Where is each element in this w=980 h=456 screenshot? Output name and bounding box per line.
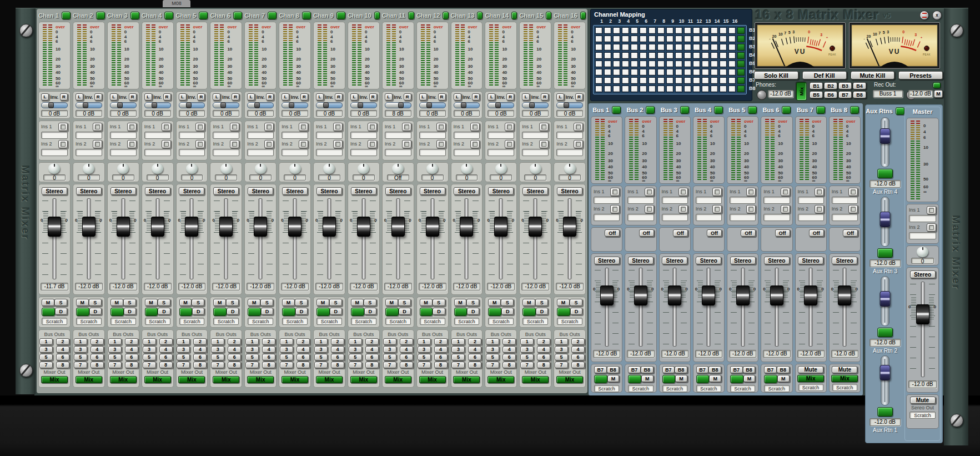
insert-name-field[interactable] xyxy=(213,149,239,156)
pan-value-display[interactable]: 0 dB xyxy=(282,110,308,117)
insert-checkbox[interactable] xyxy=(815,188,824,196)
rec-out-level-display[interactable]: -12.0 dB xyxy=(908,90,933,98)
scratch-name-field[interactable]: Scratch xyxy=(662,385,687,392)
mapping-cell[interactable] xyxy=(613,27,620,34)
aux-fader-handle[interactable] xyxy=(880,365,891,380)
fader-level-display[interactable]: -12.0 dB xyxy=(315,283,343,290)
direct-button[interactable]: D xyxy=(536,308,548,315)
insert-checkbox[interactable] xyxy=(815,205,824,213)
channel-status-led[interactable] xyxy=(454,308,468,316)
phones-bus-button[interactable]: B4 xyxy=(853,82,866,89)
route-b8-button[interactable]: B8 xyxy=(708,366,721,373)
fader-level-display[interactable]: -12.0 dB xyxy=(908,380,937,388)
mute-button[interactable]: M xyxy=(454,299,467,306)
bus-out-button[interactable]: 5 xyxy=(177,354,190,360)
mapping-cell[interactable] xyxy=(631,77,638,84)
fader-track[interactable] xyxy=(190,198,194,279)
scratch-name-field[interactable]: Scratch xyxy=(628,385,653,392)
aux-knob[interactable] xyxy=(426,163,438,174)
mapping-cell[interactable] xyxy=(595,61,602,67)
knob-value-display[interactable]: 0 xyxy=(490,174,512,181)
mapping-cell[interactable] xyxy=(728,36,736,42)
bus-out-button[interactable]: 2 xyxy=(193,338,207,345)
bus-out-button[interactable]: 2 xyxy=(125,338,138,345)
mapping-cell[interactable] xyxy=(666,52,674,59)
bus-out-button[interactable]: 5 xyxy=(39,354,53,360)
fader-level-display[interactable]: -12.0 dB xyxy=(247,283,274,290)
mixer-out-mix-button[interactable]: Mix xyxy=(178,376,205,383)
background-tab[interactable]: M08 xyxy=(163,0,190,7)
fader-level-display[interactable]: -12.0 dB xyxy=(831,350,858,358)
route-b7-button[interactable]: B7 xyxy=(662,366,675,373)
pan-value-display[interactable]: 0 dB xyxy=(110,110,137,117)
pan-left-button[interactable]: L xyxy=(282,93,289,101)
aux-fader-track[interactable] xyxy=(881,355,889,405)
channel-status-led[interactable] xyxy=(145,308,158,316)
bus-out-button[interactable]: 7 xyxy=(108,362,122,368)
mute-button[interactable]: M xyxy=(488,299,501,306)
mute-button[interactable]: M xyxy=(248,299,260,306)
mapping-cell[interactable] xyxy=(675,61,682,67)
insert-name-field[interactable] xyxy=(798,214,824,221)
channel-active-led[interactable] xyxy=(374,12,380,19)
route-b8-button[interactable]: B8 xyxy=(607,366,620,373)
pan-slider[interactable] xyxy=(350,102,377,108)
pan-value-display[interactable]: 0 dB xyxy=(488,110,514,117)
mapping-cell[interactable] xyxy=(675,52,682,59)
mapping-cell[interactable] xyxy=(622,69,629,76)
fader-handle[interactable] xyxy=(48,217,61,237)
stereo-mode-button[interactable]: Stereo xyxy=(42,187,67,195)
bus-out-button[interactable]: 1 xyxy=(143,338,156,345)
mapping-cell[interactable] xyxy=(640,36,647,42)
scratch-name-field[interactable]: Scratch xyxy=(522,318,548,325)
knob-value-display[interactable]: 0 xyxy=(421,174,444,181)
mapping-cell[interactable] xyxy=(613,77,620,84)
bus-out-button[interactable]: 5 xyxy=(555,354,568,360)
insert-checkbox[interactable] xyxy=(264,123,274,131)
channel-status-led[interactable] xyxy=(522,308,536,316)
aux-off-button[interactable]: Off xyxy=(605,229,620,237)
mapping-cell[interactable] xyxy=(720,61,727,67)
pan-slider[interactable] xyxy=(385,102,411,108)
fader[interactable]: 00 xyxy=(487,197,515,280)
bus-out-button[interactable]: 1 xyxy=(314,338,328,345)
insert-checkbox[interactable] xyxy=(848,205,858,213)
direct-button[interactable]: D xyxy=(192,308,204,315)
bus-out-button[interactable]: 3 xyxy=(520,346,534,353)
bus-active-led[interactable] xyxy=(646,106,655,114)
mapping-bus-led[interactable] xyxy=(737,52,745,59)
bus-out-button[interactable]: 8 xyxy=(125,362,138,368)
stereo-mode-button[interactable]: Stereo xyxy=(454,187,479,195)
fader-handle[interactable] xyxy=(702,285,715,305)
scratch-name-field[interactable]: Scratch xyxy=(730,385,755,392)
pan-right-button[interactable]: R xyxy=(575,93,583,101)
insert-name-field[interactable] xyxy=(662,214,688,221)
mapping-cell[interactable] xyxy=(702,61,709,67)
bus-out-button[interactable]: 5 xyxy=(143,354,156,360)
fader-level-display[interactable]: -12.0 dB xyxy=(212,283,240,290)
solo-button[interactable]: S xyxy=(123,299,136,306)
bus-out-button[interactable]: 5 xyxy=(314,354,328,360)
fader[interactable]: 00 xyxy=(144,197,172,280)
fader-track[interactable] xyxy=(639,268,642,347)
insert-checkbox[interactable] xyxy=(402,123,411,131)
scratch-name-field[interactable]: Scratch xyxy=(798,384,823,391)
insert-name-field[interactable] xyxy=(488,132,514,139)
mapping-cell[interactable] xyxy=(711,69,718,76)
mapping-cell[interactable] xyxy=(657,86,665,92)
pan-left-button[interactable]: L xyxy=(488,93,495,101)
mapping-cell[interactable] xyxy=(666,61,674,67)
insert-name-field[interactable] xyxy=(282,149,308,156)
mapping-cell[interactable] xyxy=(649,61,656,67)
mapping-cell[interactable] xyxy=(604,77,611,84)
fader-track[interactable] xyxy=(259,198,263,279)
mapping-cell[interactable] xyxy=(631,86,638,92)
bus-out-button[interactable]: 7 xyxy=(555,362,568,368)
stereo-mode-button[interactable]: Stereo xyxy=(662,257,687,264)
insert-checkbox[interactable] xyxy=(402,140,411,148)
bus-out-button[interactable]: 8 xyxy=(365,362,379,368)
mapping-cell[interactable] xyxy=(702,77,709,84)
stereo-mode-button[interactable]: Stereo xyxy=(594,257,620,264)
fader-track[interactable] xyxy=(921,282,924,377)
solo-button[interactable]: S xyxy=(192,299,204,306)
